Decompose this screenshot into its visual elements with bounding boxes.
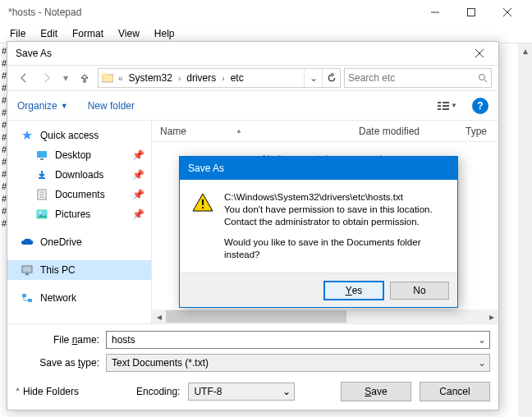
filename-dropdown[interactable]: ⌄ <box>475 332 489 348</box>
saveastype-dropdown[interactable]: ⌄ <box>475 355 489 371</box>
help-button[interactable]: ? <box>472 98 488 114</box>
scroll-left-icon[interactable]: ◂ <box>152 309 166 323</box>
encoding-combo[interactable]: UTF-8 ⌄ <box>188 383 295 401</box>
this-pc-icon <box>21 263 34 277</box>
list-header[interactable]: Name▲ Date modified Type <box>152 121 498 142</box>
alert-no-button[interactable]: No <box>390 282 449 300</box>
menu-file[interactable]: File <box>3 26 32 41</box>
svg-rect-29 <box>202 207 204 208</box>
svg-rect-7 <box>102 73 107 76</box>
svg-rect-11 <box>438 105 441 107</box>
refresh-button[interactable] <box>322 69 340 87</box>
tree-pictures[interactable]: Pictures 📌 <box>7 204 151 224</box>
downloads-icon <box>35 168 48 181</box>
view-options-button[interactable]: ▼ <box>433 97 462 115</box>
chevron-up-icon: ˄ <box>16 387 20 396</box>
chevron-right-icon: › <box>177 74 182 83</box>
tree-onedrive[interactable]: OneDrive <box>7 232 151 252</box>
filename-value: hosts <box>112 334 135 346</box>
notepad-titlebar: *hosts - Notepad <box>0 0 532 25</box>
col-name[interactable]: Name▲ <box>152 126 351 137</box>
breadcrumb-ellipsis[interactable]: « <box>117 74 125 83</box>
save-as-title: Save As <box>16 48 466 59</box>
col-type[interactable]: Type <box>457 126 498 137</box>
breadcrumb-seg-0[interactable]: System32 <box>125 72 177 84</box>
svg-rect-16 <box>37 151 47 158</box>
filename-label: File name: <box>16 334 106 346</box>
alert-path: C:\Windows\System32\drivers\etc\hosts.tx… <box>224 191 446 204</box>
col-date[interactable]: Date modified <box>351 126 457 137</box>
menu-format[interactable]: Format <box>66 26 110 41</box>
svg-rect-26 <box>22 294 26 297</box>
notepad-title: *hosts - Notepad <box>8 7 417 18</box>
nav-up-button[interactable] <box>75 68 94 88</box>
maximize-button[interactable] <box>453 1 489 24</box>
encoding-dropdown[interactable]: ⌄ <box>279 386 294 397</box>
organize-button[interactable]: Organize▼ <box>17 100 68 112</box>
nav-recent-dropdown[interactable]: ▾ <box>60 68 71 88</box>
svg-rect-1 <box>468 9 475 16</box>
chevron-right-icon: › <box>220 74 226 83</box>
search-box[interactable]: Search etc <box>344 68 492 88</box>
svg-point-23 <box>39 212 42 214</box>
svg-rect-14 <box>443 105 449 107</box>
vertical-scrollbar[interactable]: ▴ <box>518 44 532 417</box>
svg-rect-15 <box>443 108 449 110</box>
search-placeholder: Search etc <box>348 72 473 84</box>
tree-desktop[interactable]: Desktop 📌 <box>7 145 151 165</box>
tree-quick-access[interactable]: Quick access <box>7 126 151 145</box>
saveastype-combo[interactable]: Text Documents (*.txt) ⌄ <box>106 354 490 372</box>
tree-network[interactable]: Network <box>7 288 151 308</box>
hide-folders-button[interactable]: ˄Hide Folders <box>16 386 79 397</box>
filename-input[interactable]: hosts ⌄ <box>106 331 490 349</box>
alert-title: Save As <box>180 157 457 180</box>
nav-forward-button[interactable] <box>37 68 57 88</box>
pin-icon: 📌 <box>132 208 144 220</box>
nav-back-button[interactable] <box>14 68 34 88</box>
breadcrumb-seg-1[interactable]: drivers <box>182 72 220 84</box>
alert-yes-button[interactable]: Yes <box>324 282 383 300</box>
pictures-icon <box>35 208 48 221</box>
alert-line2: Contact the administrator to obtain perm… <box>224 216 446 228</box>
save-button[interactable]: Save <box>341 382 411 401</box>
documents-icon <box>35 188 48 201</box>
network-icon <box>21 291 34 305</box>
cancel-button[interactable]: Cancel <box>420 382 490 401</box>
svg-line-9 <box>484 80 487 82</box>
tree-documents[interactable]: Documents 📌 <box>7 185 151 204</box>
saveastype-label: Save as type: <box>16 357 106 369</box>
new-folder-button[interactable]: New folder <box>88 100 135 112</box>
alert-message: C:\Windows\System32\drivers\etc\hosts.tx… <box>224 191 446 261</box>
menu-view[interactable]: View <box>112 26 146 41</box>
scroll-up-icon[interactable]: ▴ <box>518 44 532 57</box>
svg-point-8 <box>479 75 485 80</box>
pin-icon: 📌 <box>132 189 144 200</box>
folder-tree[interactable]: Quick access Desktop 📌 Downloads 📌 Docum… <box>7 121 152 323</box>
minimize-button[interactable] <box>417 1 453 24</box>
tree-downloads[interactable]: Downloads 📌 <box>7 165 151 185</box>
scroll-thumb[interactable] <box>166 310 346 323</box>
scroll-right-icon[interactable]: ▸ <box>484 309 498 323</box>
close-button[interactable] <box>489 1 525 24</box>
menu-help[interactable]: Help <box>148 26 181 41</box>
horizontal-scrollbar[interactable]: ◂ ▸ <box>152 309 498 323</box>
encoding-value: UTF-8 <box>189 386 279 397</box>
address-bar[interactable]: « System32 › drivers › etc ⌄ <box>98 68 341 88</box>
svg-rect-10 <box>438 102 441 103</box>
svg-rect-27 <box>28 299 32 302</box>
pin-icon: 📌 <box>132 169 144 181</box>
search-icon <box>478 73 488 83</box>
warning-icon <box>191 191 214 214</box>
svg-rect-25 <box>25 273 29 275</box>
alert-line1: You don't have permission to save in thi… <box>224 204 446 216</box>
breadcrumb-seg-2[interactable]: etc <box>227 72 248 84</box>
address-dropdown[interactable]: ⌄ <box>304 69 322 87</box>
desktop-icon <box>35 149 48 162</box>
save-as-close-button[interactable] <box>466 44 493 63</box>
encoding-label: Encoding: <box>136 386 180 397</box>
tree-this-pc[interactable]: This PC <box>7 260 151 280</box>
toolbar: Organize▼ New folder ▼ ? <box>7 91 498 121</box>
menu-edit[interactable]: Edit <box>34 26 64 41</box>
svg-rect-17 <box>40 158 44 160</box>
chevron-down-icon: ▼ <box>61 102 68 110</box>
